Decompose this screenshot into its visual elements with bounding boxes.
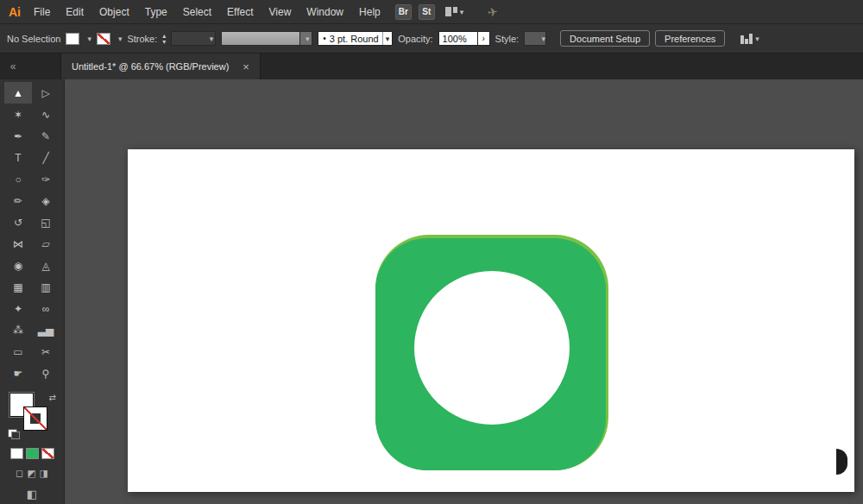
apply-gradient-button[interactable] (26, 448, 39, 459)
ellipse-tool[interactable]: ○ (4, 168, 32, 190)
slice-tool[interactable]: ✂ (32, 341, 60, 362)
apply-color-row (10, 448, 54, 459)
menu-help[interactable]: Help (351, 0, 388, 23)
menu-file[interactable]: File (26, 0, 58, 23)
opacity-label: Opacity: (398, 34, 432, 44)
align-options[interactable]: ▾ (740, 34, 759, 44)
screen-mode-icon[interactable]: ◧ (27, 488, 37, 501)
workspace-switcher[interactable]: ▾ (445, 7, 464, 16)
stroke-weight-stepper[interactable]: ▴ ▾ (162, 33, 166, 45)
document-tab-bar: « Untitled-1* @ 66.67% (RGB/Preview) × (0, 54, 863, 79)
menu-edit[interactable]: Edit (58, 0, 91, 23)
variable-width-profile-select[interactable]: • 3 pt. Round ▾ (318, 31, 393, 46)
canvas[interactable] (65, 79, 863, 504)
tools-panel: ▲▷✶∿✒✎T╱○✑✏◈↺◱⋈▱◉◬▦▥✦∞⁂▃▅▭✂☛⚲ ⇄ ◻ ◩ ◨ ◧ (0, 79, 65, 504)
fill-caret-icon[interactable]: ▾ (87, 35, 91, 43)
drawing-modes: ◻ ◩ ◨ (16, 468, 48, 479)
shape-builder-tool[interactable]: ◉ (4, 255, 32, 276)
paintbrush-tool[interactable]: ✑ (32, 168, 60, 190)
brush-definition-select[interactable]: ▾ (221, 31, 312, 46)
profile-value: 3 pt. Round (326, 34, 382, 44)
rotate-tool[interactable]: ↺ (4, 211, 32, 233)
blend-tool[interactable]: ∞ (32, 298, 60, 319)
scale-tool[interactable]: ◱ (32, 211, 60, 233)
hand-tool[interactable]: ☛ (4, 362, 32, 384)
green-app-icon-face[interactable] (375, 238, 606, 470)
type-tool[interactable]: T (4, 147, 32, 168)
brush-caret-cell[interactable]: ▾ (300, 31, 312, 46)
tool-grid: ▲▷✶∿✒✎T╱○✑✏◈↺◱⋈▱◉◬▦▥✦∞⁂▃▅▭✂☛⚲ (4, 82, 60, 384)
opacity-input[interactable]: 100% (438, 31, 478, 46)
chevron-down-icon: ▾ (306, 35, 310, 43)
align-icon (740, 34, 753, 44)
selection-tool[interactable]: ▲ (4, 82, 32, 104)
illustrator-window: Ai File Edit Object Type Select Effect V… (0, 0, 863, 504)
green-app-icon[interactable] (375, 235, 608, 470)
control-bar: No Selection ▾ ▾ Stroke: ▴ ▾ ▾ ▾ • 3 pt.… (0, 24, 863, 54)
fill-color-swatch[interactable] (66, 33, 79, 45)
line-segment-tool[interactable]: ╱ (32, 147, 60, 168)
menu-select[interactable]: Select (175, 0, 219, 23)
apply-none-button[interactable] (41, 448, 54, 459)
chevron-down-icon[interactable]: ▾ (382, 32, 393, 45)
lasso-tool[interactable]: ∿ (32, 104, 60, 125)
document-tab-title: Untitled-1* @ 66.67% (RGB/Preview) (72, 61, 229, 72)
magic-wand-tool[interactable]: ✶ (4, 104, 32, 125)
preferences-button[interactable]: Preferences (655, 30, 725, 47)
style-select[interactable]: ▾ (524, 31, 546, 46)
width-tool[interactable]: ⋈ (4, 233, 32, 255)
menu-object[interactable]: Object (91, 0, 137, 23)
bridge-button[interactable]: Br (395, 4, 412, 20)
chevron-down-icon: ▾ (542, 35, 546, 43)
chevron-down-icon: ▾ (210, 35, 214, 43)
style-label: Style: (495, 34, 520, 44)
stroke-caret-icon[interactable]: ▾ (118, 35, 123, 43)
draw-normal-icon[interactable]: ◻ (16, 468, 23, 479)
artboard[interactable] (128, 149, 854, 492)
symbol-sprayer-tool[interactable]: ⁂ (4, 319, 32, 341)
direct-selection-tool[interactable]: ▷ (32, 82, 60, 104)
stroke-weight-select[interactable]: ▾ (171, 31, 216, 46)
collapse-panel-icon[interactable]: « (0, 54, 26, 79)
eraser-tool[interactable]: ◈ (32, 190, 60, 211)
stepper-down-icon[interactable]: ▾ (162, 39, 166, 45)
menu-type[interactable]: Type (137, 0, 175, 23)
chevron-down-icon: ▾ (460, 8, 464, 16)
draw-behind-icon[interactable]: ◩ (27, 468, 35, 479)
gradient-tool[interactable]: ▥ (32, 276, 60, 298)
share-icon[interactable]: ✈ (487, 4, 499, 19)
menu-effect[interactable]: Effect (219, 0, 261, 23)
free-transform-tool[interactable]: ▱ (32, 233, 60, 255)
zoom-tool[interactable]: ⚲ (32, 362, 60, 384)
opacity-control[interactable]: 100% › (438, 31, 490, 46)
pen-tool[interactable]: ✒ (4, 125, 32, 147)
app-logo[interactable]: Ai (3, 3, 26, 22)
apply-color-button[interactable] (10, 448, 23, 459)
draw-inside-icon[interactable]: ◨ (40, 468, 48, 479)
menu-bar: Ai File Edit Object Type Select Effect V… (0, 0, 863, 24)
document-tab[interactable]: Untitled-1* @ 66.67% (RGB/Preview) × (60, 54, 261, 79)
selection-status: No Selection (7, 34, 60, 44)
opacity-panel-arrow[interactable]: › (478, 31, 490, 46)
column-graph-tool[interactable]: ▃▅ (32, 319, 60, 341)
perspective-grid-tool[interactable]: ◬ (32, 255, 60, 276)
shape-fragment[interactable] (836, 449, 847, 475)
artboard-tool[interactable]: ▭ (4, 341, 32, 362)
document-setup-button[interactable]: Document Setup (560, 30, 650, 47)
default-fill-stroke-icon[interactable] (8, 429, 17, 438)
stroke-swatch[interactable] (23, 406, 47, 431)
stock-button[interactable]: St (419, 4, 435, 20)
eyedropper-tool[interactable]: ✦ (4, 298, 32, 319)
opacity-value: 100% (439, 34, 470, 44)
menu-window[interactable]: Window (299, 0, 351, 23)
close-icon[interactable]: × (243, 60, 249, 73)
menu-view[interactable]: View (261, 0, 299, 23)
curvature-tool[interactable]: ✎ (32, 125, 60, 147)
mesh-tool[interactable]: ▦ (4, 276, 32, 298)
brush-preview (221, 31, 300, 46)
swap-fill-stroke-icon[interactable]: ⇄ (49, 393, 56, 402)
stroke-label: Stroke: (127, 34, 157, 44)
stroke-color-swatch[interactable] (97, 33, 110, 45)
app-icon-circle[interactable] (414, 271, 570, 425)
shaper-tool[interactable]: ✏ (4, 190, 32, 211)
